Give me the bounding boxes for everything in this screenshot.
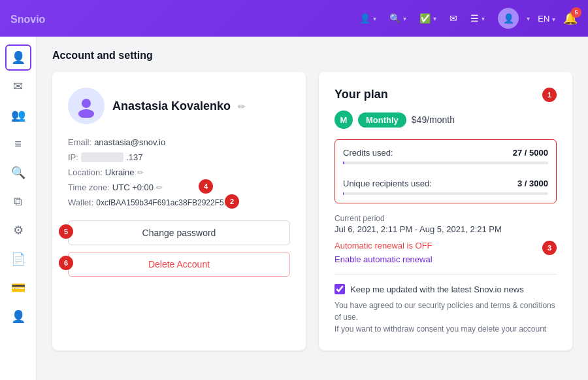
header-nav: 👤 ▾ 🔍 ▾ ✅ ▾ ✉ ☰ ▾ [359,13,485,24]
person-nav-item[interactable]: 👤 ▾ [359,13,376,24]
menu-nav-item[interactable]: ☰ ▾ [470,13,485,24]
sidebar-item-users[interactable]: 👥 [5,102,31,128]
header: Snovio 👤 ▾ 🔍 ▾ ✅ ▾ ✉ ☰ ▾ 👤 ▾ EN ▾ [0,0,588,37]
sidebar-item-docs[interactable]: 📄 [5,246,31,272]
delete-account-area: 6 Delete Account [68,252,290,277]
email-row: Email: anastasia@snov.io [68,137,290,147]
main-content: Account and setting Anastasia Kovalenko … [37,37,588,380]
recipients-label: Unique recipients used: [343,179,432,188]
location-label: Location: [68,167,103,177]
list-icon: ≡ [14,137,22,151]
sidebar-item-profile[interactable]: 👤 [5,44,31,71]
avatar-icon: 👤 [503,13,514,24]
ip-label: IP: [68,152,78,162]
renewal-info: Automatic renewal is OFF Enable automati… [335,241,433,265]
newsletter-label: Keep me updated with the latest Snov.io … [350,285,524,294]
check-nav-item[interactable]: ✅ ▾ [419,13,436,24]
sidebar-item-card[interactable]: 💳 [5,275,31,301]
hamburger-icon: ☰ [470,13,479,24]
plan-badge-monthly: Monthly [358,112,406,128]
consent-line2: If you want to withdraw consent you may … [335,324,546,334]
profile-header: Anastasia Kovalenko ✏ [68,88,290,124]
sidebar-item-copy[interactable]: ⧉ [5,188,31,215]
location-row: Location: Ukraine ✏ [68,167,290,177]
location-value: Ukraine [105,167,135,177]
recipients-value: 3 / 3000 [517,179,548,188]
plan-title-text: Your plan [335,88,388,101]
change-password-area: 5 Change password [68,220,290,252]
credits-progress-bg [343,162,548,164]
delete-account-button[interactable]: Delete Account [68,252,290,277]
newsletter-section: Keep me updated with the latest Snov.io … [335,274,557,294]
search-chevron: ▾ [403,15,406,22]
plan-title: Your plan [335,88,388,101]
logo-text: Snov [10,14,36,25]
user-avatar-header[interactable]: 👤 [498,8,519,29]
sidebar-item-settings[interactable]: ⚙ [5,217,31,243]
notification-button[interactable]: 🔔 5 [563,11,578,26]
edit-name-icon[interactable]: ✏ [238,101,246,112]
credits-row: Credits used: 27 / 5000 [343,148,548,158]
svg-point-0 [82,99,91,108]
wallet-label: Wallet: [68,198,93,207]
menu-chevron: ▾ [482,15,485,22]
sidebar-item-add-user[interactable]: 👤 [5,303,31,330]
ip-value: .137 [126,152,142,162]
sidebar: 👤 ✉ 👥 ≡ 🔍 ⧉ ⚙ 📄 💳 👤 [0,37,37,380]
credits-progress-fill [343,162,344,164]
annotation-2: 2 [225,194,239,209]
search-icon: 🔍 [389,13,400,24]
check-chevron: ▾ [433,15,436,22]
credits-box: Credits used: 27 / 5000 Unique recipient… [335,139,557,203]
mail-icon: ✉ [449,13,457,24]
lang-chevron: ▾ [552,16,555,23]
user-name: Anastasia Kovalenko [112,99,231,112]
timezone-row: Time zone: UTC +0:00 ✏ 4 [68,182,290,192]
copy-icon: ⧉ [14,195,22,209]
profile-icon: 👤 [11,50,25,65]
newsletter-checkbox[interactable] [335,284,345,294]
ip-row: IP: .137 [68,152,290,162]
left-panel: Anastasia Kovalenko ✏ Email: anastasia@s… [52,72,306,351]
annotation-4: 4 [199,179,213,194]
plan-badge-m: M [335,111,353,129]
user-name-area: Anastasia Kovalenko ✏ [112,99,246,113]
content-grid: Anastasia Kovalenko ✏ Email: anastasia@s… [52,72,572,351]
user-avatar [68,88,105,124]
edit-timezone-icon[interactable]: ✏ [156,183,163,192]
credit-card-icon: 💳 [11,281,25,295]
gear-icon: ⚙ [13,223,24,237]
sidebar-item-mail[interactable]: ✉ [5,73,31,99]
logo-suffix: io [36,14,45,25]
email-value: anastasia@snov.io [94,137,165,147]
logo[interactable]: Snovio [10,10,45,27]
consent-text: You have agreed to our security policies… [335,300,557,335]
svg-point-1 [78,109,94,118]
sidebar-item-list[interactable]: ≡ [5,131,31,157]
person-icon: 👤 [359,13,370,24]
language-selector[interactable]: EN ▾ [538,14,555,24]
sidebar-item-search[interactable]: 🔍 [5,160,31,186]
search-nav-item[interactable]: 🔍 ▾ [389,13,406,24]
timezone-label: Time zone: [68,182,110,192]
person-chevron: ▾ [373,15,376,22]
annotation-1: 1 [542,88,557,102]
wallet-row: Wallet: 0xcfBAA159b34F691ac38FB2922F5...… [68,198,290,207]
mail-nav-item[interactable]: ✉ [449,13,457,24]
lang-text: EN [538,14,549,24]
annotation-5: 5 [59,224,73,239]
right-panel: Your plan 1 M Monthly $49/month Credits … [319,72,572,351]
recipients-row: Unique recipients used: 3 / 3000 [343,179,548,188]
right-panel-header: Your plan 1 [335,88,557,111]
edit-location-icon[interactable]: ✏ [137,168,144,177]
timezone-value: UTC +0:00 [112,182,154,192]
current-period-value: Jul 6, 2021, 2:11 PM - Aug 5, 2021, 2:21… [335,224,557,234]
annotation-3: 3 [542,241,557,255]
check-icon: ✅ [419,13,431,24]
renewal-status: Automatic renewal is OFF [335,241,433,250]
annotation-6: 6 [59,256,73,270]
change-password-button[interactable]: Change password [68,220,290,245]
page-body: 👤 ✉ 👥 ≡ 🔍 ⧉ ⚙ 📄 💳 👤 Account and [0,37,588,380]
enable-renewal-link[interactable]: Enable automatic renewal [335,254,433,264]
consent-line1: You have agreed to our security policies… [335,301,555,322]
